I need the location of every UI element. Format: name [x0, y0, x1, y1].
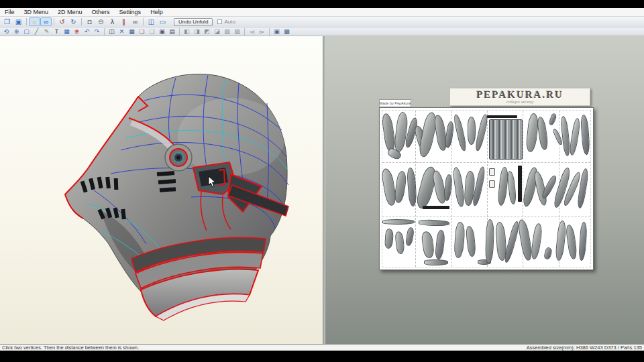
toolbar-2d: ⟲⊕▢╱✎T▦❀↶↷◫✕▦❏❏▣▤◧◨◩◪▧▨◅▻▣▩ — [0, 27, 644, 36]
pattern-piece[interactable] — [543, 247, 553, 260]
pattern-piece[interactable] — [444, 121, 454, 148]
light-toggle-icon[interactable]: ☼ — [29, 17, 40, 26]
link-parts-icon[interactable]: ∞ — [129, 17, 141, 26]
pattern-piece[interactable] — [453, 222, 466, 259]
joint-tool-icon[interactable]: λ — [107, 17, 118, 26]
rotate-part-left-icon[interactable]: ◅ — [247, 28, 257, 36]
mouse-cursor — [208, 176, 216, 188]
toolbar-separator — [26, 18, 27, 25]
menu-file[interactable]: File — [0, 8, 19, 16]
auto-checkbox[interactable] — [217, 19, 222, 24]
pattern-piece[interactable] — [384, 229, 394, 249]
menu-others[interactable]: Others — [87, 8, 115, 16]
pattern-piece[interactable] — [423, 206, 449, 209]
material-icon[interactable]: ⊖ — [95, 17, 107, 26]
pattern-piece[interactable] — [489, 119, 523, 160]
layout-two-pane-icon[interactable]: ◫ — [146, 17, 157, 26]
grid-settings-icon[interactable]: ▦ — [127, 28, 137, 36]
snapshot-icon[interactable]: ▣ — [157, 28, 167, 36]
pattern-piece[interactable] — [466, 225, 477, 257]
pattern-piece[interactable] — [394, 170, 408, 203]
pattern-piece[interactable] — [537, 116, 549, 150]
toolbar-separator — [81, 18, 82, 25]
delete-part-icon[interactable]: ✕ — [117, 28, 127, 36]
undo-icon[interactable]: ↶ — [82, 28, 92, 36]
print-icon[interactable]: ▤ — [167, 28, 177, 36]
color-tool-icon[interactable]: ❀ — [72, 28, 82, 36]
3d-model-helmet[interactable] — [0, 36, 323, 344]
image-tool-icon[interactable]: ▦ — [62, 28, 72, 36]
pattern-piece[interactable] — [525, 113, 539, 152]
2d-viewport[interactable]: PEPAKURA.RU собери мечту Made by PepAkur… — [325, 36, 644, 344]
undo-unfold-button[interactable]: Undo Unfold — [174, 18, 213, 26]
pattern-piece[interactable] — [555, 221, 567, 261]
page-new-icon[interactable]: ❏ — [147, 28, 157, 36]
pattern-piece[interactable] — [548, 113, 557, 126]
select-box-icon[interactable]: ▢ — [21, 28, 32, 36]
pattern-piece[interactable] — [530, 223, 543, 259]
pattern-piece[interactable] — [468, 117, 476, 145]
select-parts-icon[interactable]: ▣ — [272, 28, 282, 36]
flap-flag-icon[interactable]: ◪ — [212, 28, 222, 36]
spin-view-icon[interactable]: ↻ — [68, 17, 79, 26]
pattern-piece[interactable] — [435, 229, 446, 259]
rotate-view-icon[interactable]: ↺ — [56, 17, 68, 26]
pattern-piece[interactable] — [394, 231, 405, 254]
pattern-piece[interactable] — [424, 259, 448, 265]
pattern-piece[interactable] — [578, 222, 588, 261]
toolbar-separator — [179, 28, 180, 36]
texture-toggle-icon[interactable]: ∞ — [40, 17, 52, 26]
pattern-piece[interactable] — [405, 227, 415, 246]
pattern-piece[interactable] — [518, 166, 522, 202]
flap-in-icon[interactable]: ▧ — [222, 28, 232, 36]
draw-line-icon[interactable]: ╱ — [32, 28, 42, 36]
pattern-piece[interactable] — [382, 219, 415, 225]
toolbar-main: ❐▣☼∞↺↻◘⊖λ∥∞◫▭Undo Unfold Auto — [0, 17, 644, 27]
select-all-parts-icon[interactable]: ▩ — [282, 28, 292, 36]
edit-line-icon[interactable]: ✎ — [42, 28, 52, 36]
page-lock-icon[interactable]: ❏ — [137, 28, 147, 36]
letterbox-top — [0, 0, 644, 8]
rotate-part-right-icon[interactable]: ▻ — [257, 28, 267, 36]
pan-icon[interactable]: ⊕ — [11, 28, 21, 36]
pattern-piece[interactable] — [381, 113, 396, 153]
open-book-icon[interactable]: ◫ — [107, 28, 117, 36]
3d-viewport[interactable] — [0, 36, 323, 344]
auto-checkbox-wrap[interactable]: Auto — [217, 19, 235, 25]
menu-2d-menu[interactable]: 2D Menu — [53, 8, 87, 16]
measure-icon[interactable]: ∥ — [118, 17, 129, 26]
paint-bucket-icon[interactable]: ◘ — [84, 17, 95, 26]
status-bar: Click two vertices. Then the distance be… — [0, 344, 644, 351]
orbit-icon[interactable]: ⟲ — [1, 28, 11, 36]
pattern-piece[interactable] — [419, 219, 449, 227]
status-hint: Click two vertices. Then the distance be… — [2, 345, 139, 351]
flap-join-icon[interactable]: ◧ — [182, 28, 192, 36]
pattern-piece[interactable] — [580, 115, 590, 156]
pattern-piece[interactable] — [569, 118, 582, 156]
pattern-piece[interactable] — [489, 180, 495, 188]
toolbar-separator — [104, 28, 105, 36]
open-file-icon[interactable]: ❐ — [1, 17, 13, 26]
pattern-piece[interactable] — [565, 224, 578, 259]
flap-divide-icon[interactable]: ◨ — [192, 28, 202, 36]
pattern-piece[interactable] — [485, 219, 494, 263]
pattern-piece[interactable] — [487, 115, 517, 118]
flap-edit-icon[interactable]: ◩ — [202, 28, 212, 36]
pattern-piece[interactable] — [452, 166, 466, 207]
layout-one-pane-icon[interactable]: ▭ — [157, 17, 168, 26]
pattern-piece[interactable] — [489, 168, 495, 176]
menu-3d-menu[interactable]: 3D Menu — [19, 8, 54, 16]
pattern-piece[interactable] — [506, 171, 517, 205]
watermark-banner: PEPAKURA.RU собери мечту — [449, 88, 590, 106]
pattern-piece[interactable] — [497, 167, 509, 206]
pattern-piece[interactable] — [453, 114, 468, 152]
pattern-sheet[interactable] — [379, 107, 594, 270]
pattern-piece[interactable] — [421, 231, 435, 259]
text-tool-icon[interactable]: T — [52, 28, 62, 36]
menu-help[interactable]: Help — [146, 8, 168, 16]
flap-out-icon[interactable]: ▨ — [232, 28, 242, 36]
app-window: File3D Menu2D MenuOthersSettingsHelp ❐▣☼… — [0, 0, 644, 362]
save-icon[interactable]: ▣ — [13, 17, 24, 26]
redo-icon[interactable]: ↷ — [92, 28, 102, 36]
menu-settings[interactable]: Settings — [115, 8, 146, 16]
